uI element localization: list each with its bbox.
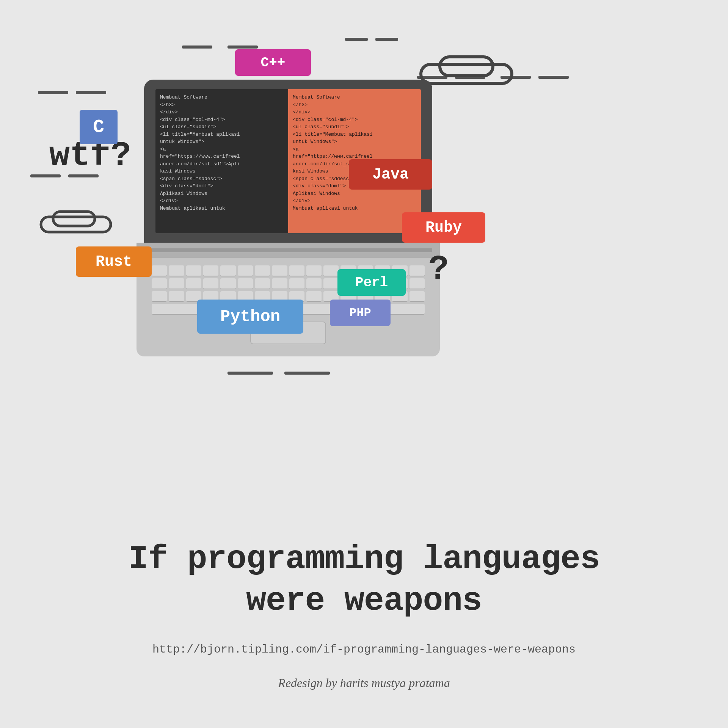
badge-perl: Perl (337, 269, 406, 296)
dash-2 (228, 46, 258, 49)
key (238, 278, 253, 289)
badge-python: Python (197, 300, 303, 334)
dash-b2 (284, 372, 330, 375)
key (306, 265, 322, 276)
key (272, 265, 287, 276)
question-mark: ? (428, 250, 449, 289)
key (169, 265, 184, 276)
svg-rect-1 (440, 57, 493, 76)
key (255, 265, 270, 276)
key (169, 278, 184, 289)
key (272, 278, 287, 289)
credit-text: Redesign by harits mustya pratama (0, 676, 728, 690)
svg-rect-0 (421, 64, 512, 83)
key (323, 265, 339, 276)
dash-12 (538, 76, 569, 79)
key (410, 291, 425, 302)
key (152, 291, 167, 302)
cloud-left-mid (38, 209, 114, 235)
key (306, 278, 322, 289)
key (289, 265, 304, 276)
key (152, 278, 167, 289)
key (410, 265, 425, 276)
key (220, 265, 235, 276)
key (238, 265, 253, 276)
key (220, 278, 235, 289)
key (203, 265, 218, 276)
key (410, 278, 425, 289)
key (306, 291, 322, 302)
key (323, 278, 339, 289)
dash-6 (76, 91, 106, 94)
key (169, 291, 184, 302)
key (186, 265, 201, 276)
badge-java: Java (349, 159, 432, 190)
key (186, 278, 201, 289)
badge-ruby: Ruby (402, 212, 485, 243)
screen-left: Membuat Software</h3></div><div class="c… (155, 89, 288, 233)
badge-rust: Rust (76, 246, 152, 277)
key (152, 265, 167, 276)
key (203, 278, 218, 289)
dash-4 (375, 38, 398, 41)
svg-rect-3 (53, 212, 95, 226)
badge-php: PHP (330, 300, 391, 326)
main-title: If programming languages were weapons (0, 538, 728, 622)
dash-1 (182, 46, 212, 49)
badge-cpp: C++ (235, 49, 311, 76)
badge-c: C (80, 110, 118, 144)
dash-3 (345, 38, 368, 41)
dash-5 (38, 91, 68, 94)
svg-rect-2 (41, 217, 111, 232)
laptop-base (136, 243, 440, 258)
scene: wtf? C Membuat Software</h3></div><div c… (0, 0, 728, 728)
laptop-hinge (144, 248, 432, 252)
key (289, 278, 304, 289)
subtitle-url: http://bjorn.tipling.com/if-programming-… (0, 643, 728, 656)
dash-b1 (228, 372, 273, 375)
key (255, 278, 270, 289)
